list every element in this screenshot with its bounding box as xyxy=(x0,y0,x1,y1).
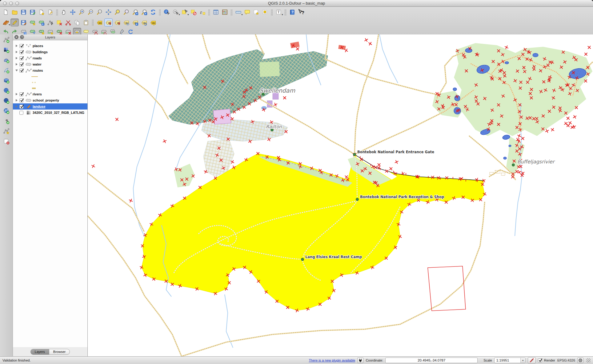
layer-visibility-checkbox[interactable] xyxy=(19,98,23,102)
select-by-expression-button[interactable]: ε xyxy=(198,8,206,16)
panel-float-icon[interactable]: ❐ xyxy=(20,35,24,39)
open-project-button[interactable] xyxy=(10,8,19,16)
stop-render-icon[interactable] xyxy=(528,357,536,363)
tab-layers[interactable]: Layers xyxy=(30,349,49,355)
expand-icon[interactable] xyxy=(14,50,19,54)
layer-visibility-checkbox[interactable] xyxy=(19,62,23,66)
expand-icon[interactable] xyxy=(14,62,19,66)
current-edits-button[interactable]: ▼ xyxy=(2,18,10,26)
expand-icon[interactable] xyxy=(14,44,19,48)
show-bookmarks-button[interactable] xyxy=(261,8,269,16)
pin-unpin-labels-button[interactable]: ab xyxy=(104,18,113,26)
rotate-label-button[interactable]: abc xyxy=(140,18,148,26)
run-feature-action-button[interactable]: ▼ xyxy=(171,8,180,16)
open-attribute-table-button[interactable] xyxy=(212,8,220,16)
help-contents-button[interactable]: ? xyxy=(288,8,296,16)
layer-item-3420C_2010_327_RGB_LATLNG[interactable]: 3420C_2010_327_RGB_LATLNG xyxy=(13,110,87,116)
zoom-to-selection-button[interactable] xyxy=(113,8,122,16)
resize-grip[interactable] xyxy=(586,358,591,362)
whats-this-button[interactable]: ? xyxy=(297,8,305,16)
plugin-icon[interactable] xyxy=(357,358,363,363)
scale-combo[interactable]: 1:19951 ▼ xyxy=(494,358,526,363)
layer-visibility-checkbox[interactable] xyxy=(19,50,23,54)
identify-features-button[interactable]: i xyxy=(162,8,171,16)
save-layer-edits-button[interactable] xyxy=(19,18,28,26)
chevron-down-icon[interactable]: ▼ xyxy=(520,358,525,363)
render-checkbox[interactable] xyxy=(538,358,542,362)
map-canvas[interactable]: SwellendamRailtonBuffeljagsrivierBontebo… xyxy=(88,34,593,356)
expand-icon[interactable] xyxy=(14,92,19,96)
highlight-pinned-labels-button[interactable]: ab xyxy=(113,18,122,26)
add-spatialite-layer-button[interactable] xyxy=(2,66,10,74)
zoom-in-button[interactable] xyxy=(78,8,86,16)
change-label-properties-button[interactable]: abc xyxy=(149,18,157,26)
layer-item-landuse[interactable]: landuse xyxy=(13,103,87,110)
layer-item-rivers[interactable]: rivers xyxy=(13,91,87,97)
layer-visibility-checkbox[interactable] xyxy=(19,56,23,60)
new-bookmark-button[interactable] xyxy=(252,8,260,16)
layer-visibility-checkbox[interactable] xyxy=(19,69,23,73)
delete-selected-button[interactable] xyxy=(55,18,63,26)
tab-browser[interactable]: Browser xyxy=(49,349,70,355)
zoom-last-button[interactable] xyxy=(131,8,139,16)
save-project-button[interactable] xyxy=(19,8,28,16)
zoom-out-button[interactable] xyxy=(86,8,95,16)
layer-visibility-checkbox[interactable] xyxy=(19,92,23,96)
new-plugin-link[interactable]: There is a new plugin available xyxy=(309,358,355,362)
zoom-to-layer-button[interactable] xyxy=(122,8,130,16)
crs-status-icon[interactable] xyxy=(577,358,583,363)
remove-layer-button[interactable] xyxy=(2,137,10,145)
zoom-full-button[interactable] xyxy=(104,8,113,16)
select-features-button[interactable]: ▼ xyxy=(180,8,189,16)
add-wcs-layer-button[interactable] xyxy=(2,97,10,105)
layer-item-roads[interactable]: roads xyxy=(13,55,87,61)
move-feature-button[interactable] xyxy=(37,18,46,26)
add-vector-layer-button[interactable] xyxy=(2,36,10,44)
layer-visibility-checkbox[interactable] xyxy=(19,111,23,115)
zoom-window-button[interactable] xyxy=(15,2,19,5)
add-delimited-text-layer-button[interactable] xyxy=(2,117,10,125)
expand-icon[interactable] xyxy=(14,56,19,60)
zoom-native-button[interactable]: 1:1 xyxy=(95,8,104,16)
new-project-button[interactable] xyxy=(2,8,10,16)
toggle-editing-button[interactable] xyxy=(10,18,19,26)
layer-item-places[interactable]: places xyxy=(13,43,87,49)
refresh-map-button[interactable] xyxy=(149,8,157,16)
move-label-button[interactable]: abc xyxy=(131,18,139,26)
panel-close-icon[interactable]: ✕ xyxy=(14,35,18,39)
expand-icon[interactable] xyxy=(14,98,19,102)
zoom-next-button[interactable] xyxy=(140,8,148,16)
show-hide-labels-button[interactable]: abc xyxy=(122,18,130,26)
cut-features-button[interactable] xyxy=(64,18,72,26)
save-project-as-button[interactable] xyxy=(28,8,37,16)
layer-item-water[interactable]: water xyxy=(13,61,87,67)
add-wms-layer-button[interactable] xyxy=(2,86,10,94)
pan-to-selection-button[interactable] xyxy=(69,8,77,16)
field-calculator-button[interactable] xyxy=(221,8,229,16)
new-shapefile-layer-button[interactable] xyxy=(2,127,10,135)
collapse-icon[interactable] xyxy=(14,68,19,73)
layer-item-routes[interactable]: routes xyxy=(13,67,87,74)
pan-map-button[interactable] xyxy=(60,8,68,16)
layer-item-school_property[interactable]: school_property xyxy=(13,97,87,103)
add-postgis-layer-button[interactable] xyxy=(2,56,10,64)
layer-visibility-checkbox[interactable] xyxy=(19,44,23,48)
add-feature-button[interactable] xyxy=(28,18,37,26)
measure-line-button[interactable]: ▼ xyxy=(234,8,242,16)
text-annotation-button[interactable]: T▼ xyxy=(274,8,283,16)
add-raster-layer-button[interactable] xyxy=(2,46,10,54)
coordinate-input[interactable] xyxy=(385,358,478,363)
copy-features-button[interactable] xyxy=(73,18,81,26)
deselect-features-button[interactable] xyxy=(189,8,198,16)
map-tips-button[interactable] xyxy=(243,8,251,16)
layer-labeling-options-button[interactable]: abc xyxy=(95,18,104,26)
composer-manager-button[interactable] xyxy=(46,8,54,16)
add-mssql-layer-button[interactable] xyxy=(2,76,10,84)
minimize-window-button[interactable] xyxy=(9,2,13,5)
expand-icon[interactable] xyxy=(14,104,19,109)
node-tool-button[interactable] xyxy=(46,18,54,26)
layer-visibility-checkbox[interactable] xyxy=(19,105,23,109)
close-window-button[interactable] xyxy=(3,2,7,5)
new-print-composer-button[interactable] xyxy=(37,8,46,16)
layer-item-buildings[interactable]: buildings xyxy=(13,49,87,55)
